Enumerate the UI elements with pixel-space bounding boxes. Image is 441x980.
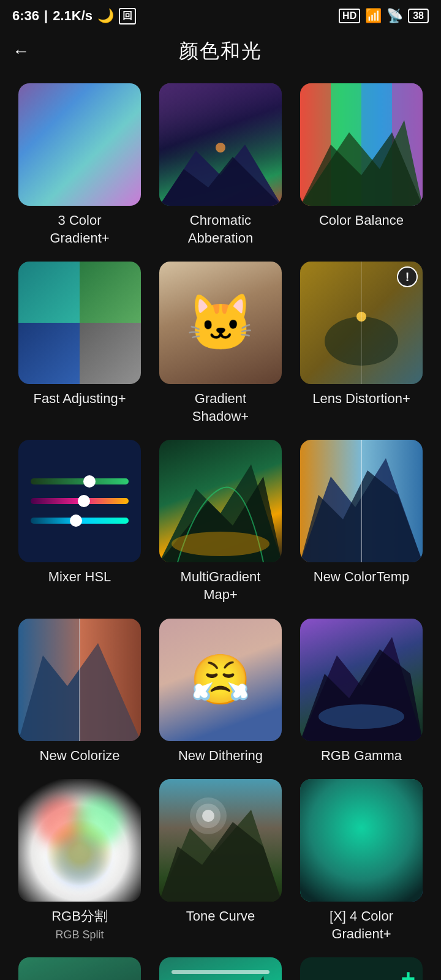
- label-rgb-gamma: RGB Gamma: [321, 747, 402, 765]
- hsl-bar-1: [31, 478, 129, 484]
- thumb-rgb-gamma: [300, 619, 423, 741]
- item-new-colortemp[interactable]: New ColorTemp: [296, 440, 426, 603]
- label-new-colortemp: New ColorTemp: [314, 568, 410, 586]
- label-multigradient-map: MultiGradientMap+: [181, 568, 261, 603]
- thumb-3color-gradient: [18, 83, 141, 206]
- page-title: 颜色和光: [179, 38, 262, 65]
- rgb-overlay: [18, 779, 141, 902]
- thumb-new-colortemp: [300, 440, 423, 562]
- network-speed: |: [44, 8, 48, 24]
- thumb-color-balance: [300, 83, 423, 206]
- cat-emoji: 🐱: [186, 291, 255, 355]
- svg-rect-35: [18, 957, 141, 980]
- battery-icon: 38: [408, 9, 429, 23]
- status-right: HD 📶 📡 38: [339, 8, 429, 24]
- hsl-knob-3: [70, 514, 82, 527]
- svg-rect-32: [300, 779, 423, 902]
- label-rgb-split: RGB分割RGB Split: [51, 908, 108, 943]
- item-gradient-map[interactable]: [X] GradientMap+: [15, 957, 145, 980]
- thumb-tone-curve: [159, 779, 282, 902]
- item-rgb-gamma[interactable]: RGB Gamma: [296, 619, 426, 765]
- thumb-fast-adjusting: [18, 262, 141, 384]
- item-gradient-overlay[interactable]: [X] GradientOverlay+: [156, 957, 285, 980]
- label-new-colorize: New Colorize: [40, 747, 120, 765]
- sim-icon: 回: [119, 8, 136, 24]
- item-4color-gradient[interactable]: [X] 4 ColorGradient+: [296, 779, 426, 943]
- label-fast-adjusting: Fast Adjusting+: [33, 390, 126, 408]
- svg-rect-23: [80, 619, 141, 741]
- label-4color-gradient: [X] 4 ColorGradient+: [330, 908, 393, 943]
- item-tone-curve[interactable]: Tone Curve: [156, 779, 285, 943]
- label-gradient-shadow: GradientShadow+: [192, 390, 249, 425]
- label-chromatic-abberation: ChromaticAbberation: [188, 212, 253, 247]
- thumb-multigradient-map: [159, 440, 282, 562]
- anime-emoji: 😤: [190, 651, 251, 709]
- item-fast-adjusting[interactable]: Fast Adjusting+: [15, 262, 145, 425]
- hsl-knob-1: [83, 475, 96, 488]
- status-bar: 6:36 | 2.1K/s 🌙 回 HD 📶 📡 38: [0, 0, 441, 32]
- svg-marker-28: [159, 822, 282, 902]
- hd-badge: HD: [339, 9, 360, 23]
- hsl-bar-3: [31, 518, 129, 524]
- svg-point-31: [202, 810, 214, 822]
- label-new-dithering: New Dithering: [178, 747, 263, 765]
- label-mixer-hsl: Mixer HSL: [48, 568, 111, 586]
- item-chromatic-abberation[interactable]: ChromaticAbberation: [156, 83, 285, 247]
- item-color-balance[interactable]: Color Balance: [296, 83, 426, 247]
- back-button[interactable]: ←: [12, 42, 29, 61]
- thumb-new-dithering: 😤: [159, 619, 282, 741]
- thumb-long-shadow: LongShadow +: [300, 957, 423, 980]
- time: 6:36: [12, 8, 39, 24]
- item-gradient-shadow[interactable]: 🐱 GradientShadow+: [156, 262, 285, 425]
- thumb-4color-gradient: [300, 779, 423, 902]
- thumb-mixer-hsl: [18, 440, 141, 562]
- header: ← 颜色和光: [0, 32, 441, 77]
- label-lens-distortion: Lens Distortion+: [312, 390, 410, 408]
- thumb-gradient-shadow: 🐱: [159, 262, 282, 384]
- label-color-balance: Color Balance: [319, 212, 404, 230]
- filter-grid: 3 ColorGradient+ ChromaticAbberation Col…: [0, 77, 441, 980]
- item-new-colorize[interactable]: New Colorize: [15, 619, 145, 765]
- item-multigradient-map[interactable]: MultiGradientMap+: [156, 440, 285, 603]
- moon-icon: 🌙: [97, 8, 114, 24]
- item-new-dithering[interactable]: 😤 New Dithering: [156, 619, 285, 765]
- thumb-gradient-overlay: [159, 957, 282, 980]
- longshadow-plus-icon: +: [401, 965, 415, 980]
- item-long-shadow[interactable]: LongShadow + [X] LongShadow+: [296, 957, 426, 980]
- hsl-bar-2: [31, 498, 129, 504]
- svg-point-2: [216, 143, 225, 153]
- thumb-chromatic-abberation: [159, 83, 282, 206]
- hsl-knob-2: [78, 495, 90, 507]
- network-speed-value: 2.1K/s: [53, 8, 92, 24]
- thumb-new-colorize: [18, 619, 141, 741]
- signal-icon: 📶: [365, 8, 382, 24]
- item-rgb-split[interactable]: RGB分割RGB Split: [15, 779, 145, 943]
- thumb-rgb-split: [18, 779, 141, 902]
- label-3color-gradient: 3 ColorGradient+: [50, 212, 109, 247]
- status-left: 6:36 | 2.1K/s 🌙 回: [12, 8, 136, 24]
- svg-point-26: [318, 704, 404, 729]
- svg-point-16: [172, 532, 270, 556]
- item-3color-gradient[interactable]: 3 ColorGradient+: [15, 83, 145, 247]
- home-indicator: [172, 970, 270, 974]
- warning-badge: !: [397, 266, 418, 287]
- wifi-icon: 📡: [386, 8, 403, 24]
- thumb-lens-distortion: !: [300, 262, 423, 384]
- item-mixer-hsl[interactable]: Mixer HSL: [15, 440, 145, 603]
- svg-rect-38: [159, 957, 282, 980]
- svg-rect-22: [18, 619, 80, 741]
- thumb-gradient-map: [18, 957, 141, 980]
- item-lens-distortion[interactable]: ! Lens Distortion+: [296, 262, 426, 425]
- label-rgb-split-en: RGB Split: [55, 929, 104, 941]
- label-tone-curve: Tone Curve: [186, 908, 255, 925]
